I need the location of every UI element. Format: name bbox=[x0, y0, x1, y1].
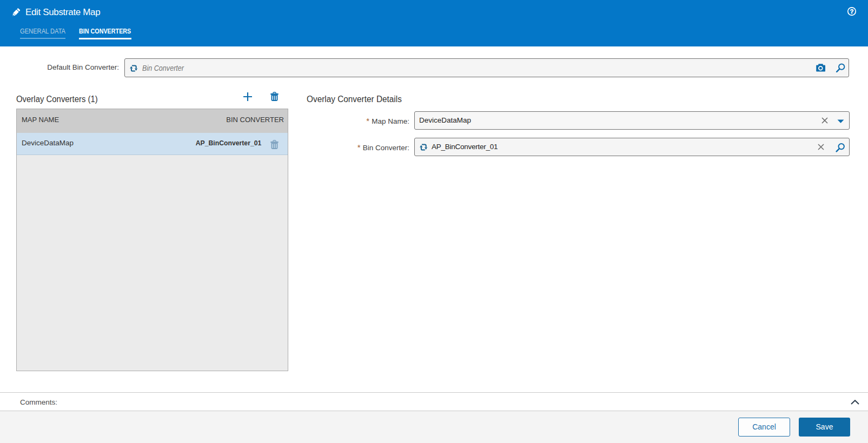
svg-text:?: ? bbox=[850, 8, 854, 15]
